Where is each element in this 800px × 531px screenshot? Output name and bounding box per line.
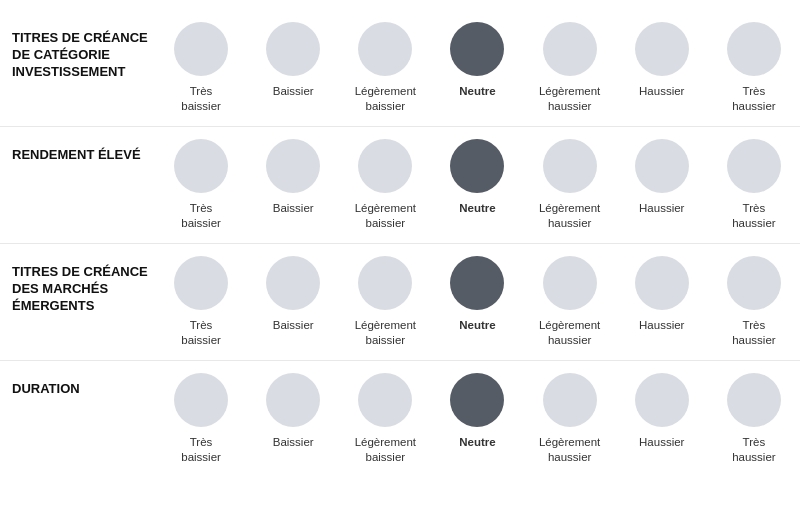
col-neutre: Neutre (432, 139, 522, 216)
col-legerement-haussier: Légèrementhaussier (525, 22, 615, 114)
col-legerement-haussier: Légèrementhaussier (525, 373, 615, 465)
col-label-legerement-haussier: Légèrementhaussier (539, 84, 600, 114)
col-neutre: Neutre (432, 256, 522, 333)
circle-legerement-baissier (358, 22, 412, 76)
col-legerement-baissier: Légèrementbaissier (340, 373, 430, 465)
circle-neutre (450, 139, 504, 193)
row-label-duration: DURATION (0, 373, 155, 398)
circle-neutre (450, 256, 504, 310)
col-haussier: Haussier (617, 373, 707, 450)
col-legerement-haussier: Légèrementhaussier (525, 256, 615, 348)
col-tres-haussier: Trèshaussier (709, 22, 799, 114)
circle-tres-haussier (727, 22, 781, 76)
circle-baissier (266, 373, 320, 427)
col-legerement-baissier: Légèrementbaissier (340, 256, 430, 348)
col-label-legerement-baissier: Légèrementbaissier (355, 84, 416, 114)
col-label-legerement-baissier: Légèrementbaissier (355, 435, 416, 465)
circle-tres-haussier (727, 373, 781, 427)
columns-high-yield: TrèsbaissierBaissierLégèrementbaissierNe… (155, 139, 800, 231)
col-tres-baissier: Trèsbaissier (156, 373, 246, 465)
col-label-haussier: Haussier (639, 201, 684, 216)
circle-tres-haussier (727, 139, 781, 193)
circle-tres-baissier (174, 22, 228, 76)
circle-legerement-haussier (543, 22, 597, 76)
col-label-tres-haussier: Trèshaussier (732, 435, 775, 465)
circle-legerement-haussier (543, 139, 597, 193)
col-label-tres-baissier: Trèsbaissier (181, 84, 221, 114)
col-label-tres-haussier: Trèshaussier (732, 84, 775, 114)
row-emerging-markets: TITRES DE CRÉANCE DES MARCHÉS ÉMERGENTST… (0, 244, 800, 361)
col-label-neutre: Neutre (459, 318, 495, 333)
col-neutre: Neutre (432, 22, 522, 99)
col-label-baissier: Baissier (273, 201, 314, 216)
col-haussier: Haussier (617, 139, 707, 216)
col-baissier: Baissier (248, 22, 338, 99)
circle-baissier (266, 256, 320, 310)
sentiment-grid: TITRES DE CRÉANCE DE CATÉGORIE INVESTISS… (0, 0, 800, 487)
columns-emerging-markets: TrèsbaissierBaissierLégèrementbaissierNe… (155, 256, 800, 348)
col-label-legerement-baissier: Légèrementbaissier (355, 318, 416, 348)
circle-haussier (635, 256, 689, 310)
col-label-haussier: Haussier (639, 84, 684, 99)
row-label-high-yield: RENDEMENT ÉLEVÉ (0, 139, 155, 164)
col-baissier: Baissier (248, 256, 338, 333)
circle-tres-baissier (174, 256, 228, 310)
col-label-baissier: Baissier (273, 318, 314, 333)
circle-neutre (450, 373, 504, 427)
circle-legerement-baissier (358, 373, 412, 427)
col-label-neutre: Neutre (459, 435, 495, 450)
circle-haussier (635, 139, 689, 193)
col-label-tres-baissier: Trèsbaissier (181, 318, 221, 348)
col-label-haussier: Haussier (639, 318, 684, 333)
circle-legerement-haussier (543, 373, 597, 427)
col-tres-baissier: Trèsbaissier (156, 139, 246, 231)
col-haussier: Haussier (617, 22, 707, 99)
col-baissier: Baissier (248, 373, 338, 450)
col-label-neutre: Neutre (459, 84, 495, 99)
columns-duration: TrèsbaissierBaissierLégèrementbaissierNe… (155, 373, 800, 465)
circle-neutre (450, 22, 504, 76)
circle-baissier (266, 139, 320, 193)
row-high-yield: RENDEMENT ÉLEVÉTrèsbaissierBaissierLégèr… (0, 127, 800, 244)
circle-tres-haussier (727, 256, 781, 310)
col-baissier: Baissier (248, 139, 338, 216)
col-legerement-haussier: Légèrementhaussier (525, 139, 615, 231)
circle-legerement-haussier (543, 256, 597, 310)
circle-haussier (635, 22, 689, 76)
col-label-tres-baissier: Trèsbaissier (181, 201, 221, 231)
col-label-haussier: Haussier (639, 435, 684, 450)
circle-tres-baissier (174, 139, 228, 193)
col-label-legerement-haussier: Légèrementhaussier (539, 201, 600, 231)
col-label-neutre: Neutre (459, 201, 495, 216)
circle-haussier (635, 373, 689, 427)
col-label-legerement-haussier: Légèrementhaussier (539, 318, 600, 348)
col-tres-haussier: Trèshaussier (709, 373, 799, 465)
columns-investment-grade: TrèsbaissierBaissierLégèrementbaissierNe… (155, 22, 800, 114)
row-label-investment-grade: TITRES DE CRÉANCE DE CATÉGORIE INVESTISS… (0, 22, 155, 81)
col-tres-haussier: Trèshaussier (709, 139, 799, 231)
circle-tres-baissier (174, 373, 228, 427)
col-label-baissier: Baissier (273, 84, 314, 99)
col-label-tres-haussier: Trèshaussier (732, 318, 775, 348)
col-tres-baissier: Trèsbaissier (156, 256, 246, 348)
col-label-legerement-baissier: Légèrementbaissier (355, 201, 416, 231)
col-label-tres-baissier: Trèsbaissier (181, 435, 221, 465)
col-legerement-baissier: Légèrementbaissier (340, 22, 430, 114)
col-haussier: Haussier (617, 256, 707, 333)
circle-baissier (266, 22, 320, 76)
col-neutre: Neutre (432, 373, 522, 450)
col-tres-haussier: Trèshaussier (709, 256, 799, 348)
row-investment-grade: TITRES DE CRÉANCE DE CATÉGORIE INVESTISS… (0, 10, 800, 127)
circle-legerement-baissier (358, 256, 412, 310)
col-label-legerement-haussier: Légèrementhaussier (539, 435, 600, 465)
row-label-emerging-markets: TITRES DE CRÉANCE DES MARCHÉS ÉMERGENTS (0, 256, 155, 315)
row-duration: DURATIONTrèsbaissierBaissierLégèrementba… (0, 361, 800, 477)
col-label-tres-haussier: Trèshaussier (732, 201, 775, 231)
col-label-baissier: Baissier (273, 435, 314, 450)
col-tres-baissier: Trèsbaissier (156, 22, 246, 114)
circle-legerement-baissier (358, 139, 412, 193)
col-legerement-baissier: Légèrementbaissier (340, 139, 430, 231)
